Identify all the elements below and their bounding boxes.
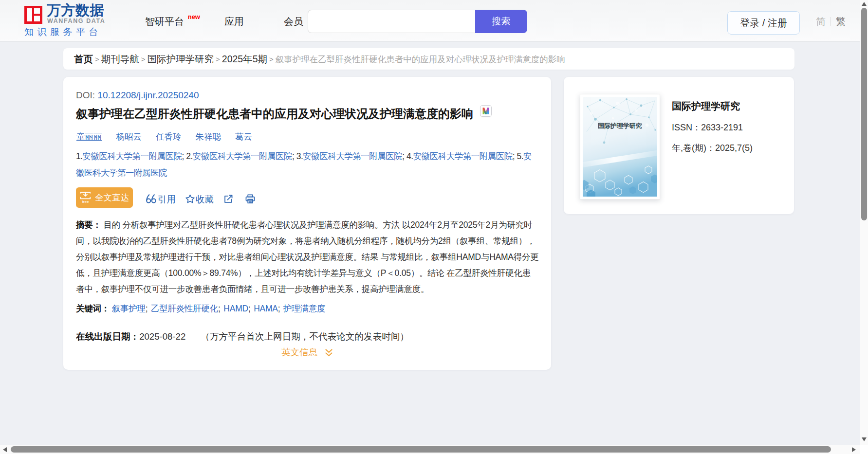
journal-card: 国际护理学研究 国际护理学研究 ISSN：2633-2191 年,卷(期)：20… — [564, 77, 794, 214]
breadcrumb-separator: > — [141, 55, 146, 63]
search-input[interactable] — [308, 10, 475, 33]
browser-viewport: 万方数据 WANFANG DATA 知识服务平台 智研平台 new 应用 会员 … — [0, 0, 868, 454]
affiliation-item: 3.安徽医科大学第一附属医院; — [296, 151, 406, 161]
keyword-item: HAMD; — [223, 304, 254, 313]
double-chevron-down-icon — [325, 348, 333, 357]
breadcrumb-home[interactable]: 首页 — [74, 54, 93, 64]
authors-row: 童丽丽杨昭云任香玲朱祥聪葛云 — [76, 130, 266, 143]
breadcrumb-separator: > — [95, 55, 99, 63]
journal-volume: 年,卷(期)：2025,7(5) — [672, 141, 753, 155]
article-title: 叙事护理在乙型肝炎性肝硬化患者中的应用及对心理状况及护理满意度的影响M — [76, 105, 492, 122]
star-icon — [185, 194, 195, 204]
author-link[interactable]: 童丽丽 — [76, 132, 102, 142]
download-tray-icon: free — [80, 191, 91, 204]
affiliation-link[interactable]: 安徽医科大学第一附属医院 — [413, 151, 513, 161]
share-icon — [223, 194, 233, 204]
nav-item-apps[interactable]: 应用 — [224, 15, 244, 28]
author-link[interactable]: 朱祥聪 — [196, 132, 222, 142]
fulltext-button[interactable]: free 全文直达 — [76, 187, 133, 208]
page-content: 万方数据 WANFANG DATA 知识服务平台 智研平台 new 应用 会员 … — [0, 0, 860, 445]
doi-row: DOI: 10.12208/j.ijnr.20250240 — [76, 89, 199, 102]
printer-icon — [245, 194, 255, 204]
brand-tagline: 知识服务平台 — [24, 27, 219, 37]
keyword-item: 叙事护理; — [112, 304, 151, 313]
svg-text:国际护理学研究: 国际护理学研究 — [598, 122, 642, 129]
medline-m-icon — [482, 108, 489, 114]
published-row: 在线出版日期：2025-08-22（万方平台首次上网日期，不代表论文的发表时间） — [76, 328, 539, 345]
vertical-scrollbar[interactable] — [860, 0, 868, 445]
site-header: 万方数据 WANFANG DATA 知识服务平台 智研平台 new 应用 会员 … — [0, 0, 860, 42]
affiliation-link[interactable]: 安徽医科大学第一附属医院 — [303, 151, 402, 161]
cite-action[interactable]: 引用 — [146, 187, 176, 208]
affiliation-item: 4.安徽医科大学第一附属医院; — [406, 151, 517, 161]
scroll-up-arrow-icon[interactable] — [862, 2, 867, 6]
breadcrumb-current-article: 叙事护理在乙型肝炎性肝硬化患者中的应用及对心理状况及护理满意度的影响 — [276, 54, 565, 64]
abstract-text: 目的 分析叙事护理对乙型肝炎性肝硬化患者心理状况及护理满意度的影响。方法 以20… — [76, 220, 539, 294]
author-link[interactable]: 任香玲 — [156, 132, 182, 142]
nav-item-member[interactable]: 会员 — [284, 15, 303, 28]
keyword-item: 护理满意度; — [283, 304, 325, 313]
breadcrumb-journal-nav[interactable]: 期刊导航 — [101, 54, 139, 64]
affiliation-item: 1.安徽医科大学第一附属医院; — [76, 151, 186, 161]
author-link[interactable]: 杨昭云 — [116, 132, 142, 142]
vertical-scrollbar-thumb[interactable] — [861, 8, 867, 220]
scroll-left-arrow-icon[interactable] — [3, 447, 7, 452]
published-label: 在线出版日期： — [76, 331, 139, 342]
journal-info: 国际护理学研究 ISSN：2633-2191 年,卷(期)：2025,7(5) — [672, 99, 753, 155]
scroll-right-arrow-icon[interactable] — [852, 447, 856, 452]
journal-name[interactable]: 国际护理学研究 — [672, 99, 753, 113]
breadcrumb: 首页>期刊导航>国际护理学研究>2025年5期>叙事护理在乙型肝炎性肝硬化患者中… — [63, 48, 794, 70]
search-box: 搜索 — [308, 10, 527, 33]
affiliations-row: 1.安徽医科大学第一附属医院; 2.安徽医科大学第一附属医院; 3.安徽医科大学… — [76, 148, 539, 181]
article-card: DOI: 10.12208/j.ijnr.20250240 叙事护理在乙型肝炎性… — [63, 77, 551, 370]
search-button[interactable]: 搜索 — [475, 10, 527, 33]
lang-simplified[interactable]: 简 — [816, 16, 826, 27]
published-date: 2025-08-22 — [139, 331, 185, 342]
doi-link[interactable]: 10.12208/j.ijnr.20250240 — [97, 90, 199, 100]
abstract: 摘要： 目的 分析叙事护理对乙型肝炎性肝硬化患者心理状况及护理满意度的影响。方法… — [76, 217, 539, 297]
keyword-link[interactable]: 乙型肝炎性肝硬化 — [151, 304, 218, 313]
keyword-link[interactable]: 叙事护理 — [112, 304, 146, 313]
article-actions: free 全文直达 引用 — [76, 187, 255, 208]
print-action[interactable] — [245, 187, 255, 208]
medline-badge: M — [480, 105, 492, 117]
author-link[interactable]: 葛云 — [235, 132, 252, 142]
keyword-link[interactable]: HAMA — [254, 304, 278, 313]
affiliation-link[interactable]: 安徽医科大学第一附属医院 — [193, 151, 292, 161]
breadcrumb-separator: > — [269, 55, 274, 63]
keyword-item: 乙型肝炎性肝硬化; — [151, 304, 223, 313]
horizontal-scrollbar-thumb[interactable] — [11, 446, 831, 453]
journal-cover[interactable]: 国际护理学研究 — [580, 94, 660, 200]
keywords-row: 关键词： 叙事护理; 乙型肝炎性肝硬化; HAMD; HAMA; 护理满意度; — [76, 301, 539, 317]
breadcrumb-journal[interactable]: 国际护理学研究 — [148, 54, 214, 64]
wanfang-logo-icon — [24, 6, 42, 24]
nav-item-zhiyan-platform[interactable]: 智研平台 new — [145, 15, 184, 28]
svg-text:free: free — [82, 200, 89, 204]
keyword-link[interactable]: HAMD — [223, 304, 248, 313]
keywords-label: 关键词： — [76, 304, 110, 313]
journal-cover-image: 国际护理学研究 — [583, 97, 657, 197]
breadcrumb-separator: > — [216, 55, 220, 63]
favorite-action[interactable]: 收藏 — [185, 187, 214, 208]
share-action[interactable] — [223, 187, 233, 208]
horizontal-scrollbar[interactable] — [0, 445, 860, 454]
affiliation-link[interactable]: 安徽医科大学第一附属医院 — [83, 151, 182, 161]
breadcrumb-issue[interactable]: 2025年5期 — [222, 54, 267, 64]
lang-traditional[interactable]: 繁 — [836, 16, 846, 27]
published-note: （万方平台首次上网日期，不代表论文的发表时间） — [201, 331, 409, 342]
quote-icon — [146, 194, 156, 204]
lang-divider — [831, 17, 831, 26]
doi-label: DOI: — [76, 90, 95, 100]
new-badge: new — [188, 10, 200, 24]
abstract-label: 摘要： — [76, 220, 101, 230]
journal-issn: ISSN：2633-2191 — [672, 121, 753, 134]
scroll-down-arrow-icon[interactable] — [862, 437, 867, 441]
affiliation-item: 2.安徽医科大学第一附属医院; — [186, 151, 296, 161]
login-register-button[interactable]: 登录 / 注册 — [727, 11, 800, 35]
english-info-toggle[interactable]: 英文信息 — [63, 344, 551, 360]
scrollbar-corner — [860, 445, 868, 454]
keyword-link[interactable]: 护理满意度 — [283, 304, 325, 313]
keyword-item: HAMA; — [254, 304, 283, 313]
language-switch: 简繁 — [816, 15, 846, 28]
